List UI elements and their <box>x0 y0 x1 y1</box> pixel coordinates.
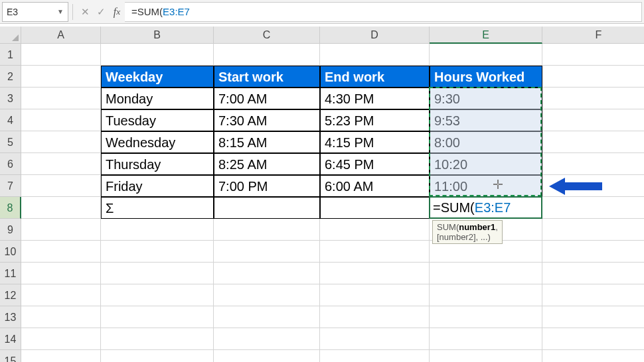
col-header-B[interactable]: B <box>101 27 214 44</box>
cell[interactable] <box>21 88 101 109</box>
cell-hours[interactable]: 9:53 <box>430 109 542 131</box>
cell[interactable] <box>430 306 542 328</box>
col-header-C[interactable]: C <box>214 27 320 44</box>
cell-sigma[interactable]: Σ <box>101 197 214 219</box>
cell[interactable] <box>214 44 320 66</box>
spreadsheet-grid[interactable]: ABCDEF 123456789101112131415 WeekdayStar… <box>0 27 644 362</box>
cell[interactable] <box>101 350 214 362</box>
cell[interactable] <box>21 109 101 131</box>
cell[interactable] <box>542 284 644 306</box>
cell[interactable] <box>21 219 101 241</box>
row-header-8[interactable]: 8 <box>0 197 21 219</box>
cell[interactable] <box>214 328 320 350</box>
cell-hours[interactable]: 10:20 <box>430 153 542 175</box>
cell-hours[interactable]: 11:00 <box>430 175 542 197</box>
cell[interactable] <box>542 197 644 219</box>
cell-empty[interactable] <box>214 197 320 219</box>
cancel-icon[interactable]: ✕ <box>77 4 93 20</box>
cell-start[interactable]: 8:25 AM <box>214 153 320 175</box>
cell[interactable] <box>320 219 430 241</box>
col-header-A[interactable]: A <box>21 27 101 44</box>
cell[interactable] <box>320 263 430 284</box>
cell[interactable] <box>101 44 214 66</box>
cell-weekday[interactable]: Tuesday <box>101 109 214 131</box>
header-start-work[interactable]: Start work <box>214 66 320 88</box>
cell[interactable] <box>542 153 644 175</box>
cell-end[interactable]: 6:45 PM <box>320 153 430 175</box>
row-header-12[interactable]: 12 <box>0 284 21 306</box>
row-header-10[interactable]: 10 <box>0 241 21 263</box>
cell[interactable] <box>21 350 101 362</box>
cell-end[interactable]: 6:00 AM <box>320 175 430 197</box>
header-weekday[interactable]: Weekday <box>101 66 214 88</box>
row-header-11[interactable]: 11 <box>0 263 21 284</box>
col-header-F[interactable]: F <box>542 27 644 44</box>
row-header-5[interactable]: 5 <box>0 131 21 153</box>
cell[interactable] <box>430 263 542 284</box>
cell[interactable] <box>320 306 430 328</box>
cell[interactable] <box>101 219 214 241</box>
enter-icon[interactable]: ✓ <box>93 4 109 20</box>
fx-icon[interactable]: fx <box>109 4 125 20</box>
cell[interactable] <box>21 284 101 306</box>
row-header-2[interactable]: 2 <box>0 66 21 88</box>
cell[interactable] <box>21 175 101 197</box>
cell-start[interactable]: 7:00 PM <box>214 175 320 197</box>
row-header-15[interactable]: 15 <box>0 350 21 362</box>
cell[interactable] <box>430 44 542 66</box>
cell[interactable] <box>21 44 101 66</box>
cell-end[interactable]: 4:15 PM <box>320 131 430 153</box>
cell[interactable] <box>214 241 320 263</box>
cell[interactable] <box>430 284 542 306</box>
cell-end[interactable]: 5:23 PM <box>320 109 430 131</box>
cell[interactable] <box>430 328 542 350</box>
cell[interactable] <box>542 109 644 131</box>
cell-weekday[interactable]: Friday <box>101 175 214 197</box>
cell[interactable] <box>214 263 320 284</box>
cell[interactable] <box>21 241 101 263</box>
cell-start[interactable]: 7:30 AM <box>214 109 320 131</box>
cell[interactable] <box>21 131 101 153</box>
cell[interactable] <box>214 350 320 362</box>
header-hours-worked[interactable]: Hours Worked <box>430 66 542 88</box>
col-header-D[interactable]: D <box>320 27 430 44</box>
cell[interactable] <box>542 241 644 263</box>
name-box-dropdown-icon[interactable]: ▼ <box>57 8 64 15</box>
cell-hours[interactable]: 9:30 <box>430 88 542 109</box>
cell[interactable] <box>21 328 101 350</box>
cell[interactable] <box>101 284 214 306</box>
row-header-4[interactable]: 4 <box>0 109 21 131</box>
cell[interactable] <box>21 197 101 219</box>
cell[interactable] <box>101 241 214 263</box>
cell[interactable] <box>320 350 430 362</box>
cell[interactable] <box>542 131 644 153</box>
cell[interactable] <box>320 328 430 350</box>
row-header-13[interactable]: 13 <box>0 306 21 328</box>
row-header-14[interactable]: 14 <box>0 328 21 350</box>
cell[interactable] <box>320 44 430 66</box>
cell[interactable] <box>542 306 644 328</box>
cell[interactable] <box>542 263 644 284</box>
cell-hours[interactable]: 8:00 <box>430 131 542 153</box>
cell[interactable] <box>542 88 644 109</box>
cell[interactable] <box>430 350 542 362</box>
col-header-E[interactable]: E <box>430 27 542 44</box>
cell-start[interactable]: 8:15 AM <box>214 131 320 153</box>
formula-input[interactable]: =SUM(E3:E7 <box>125 2 642 22</box>
cell[interactable] <box>21 306 101 328</box>
row-header-6[interactable]: 6 <box>0 153 21 175</box>
cell[interactable] <box>542 175 644 197</box>
cell-end[interactable]: 4:30 PM <box>320 88 430 109</box>
header-end-work[interactable]: End work <box>320 66 430 88</box>
cell-sum-target[interactable] <box>430 197 542 219</box>
cell-weekday[interactable]: Monday <box>101 88 214 109</box>
cell[interactable] <box>320 241 430 263</box>
cell[interactable] <box>214 284 320 306</box>
row-header-7[interactable]: 7 <box>0 175 21 197</box>
name-box[interactable]: E3 ▼ <box>2 2 68 22</box>
cell-weekday[interactable]: Wednesday <box>101 131 214 153</box>
cell-start[interactable]: 7:00 AM <box>214 88 320 109</box>
cell[interactable] <box>320 284 430 306</box>
row-header-1[interactable]: 1 <box>0 44 21 66</box>
cell[interactable] <box>542 44 644 66</box>
